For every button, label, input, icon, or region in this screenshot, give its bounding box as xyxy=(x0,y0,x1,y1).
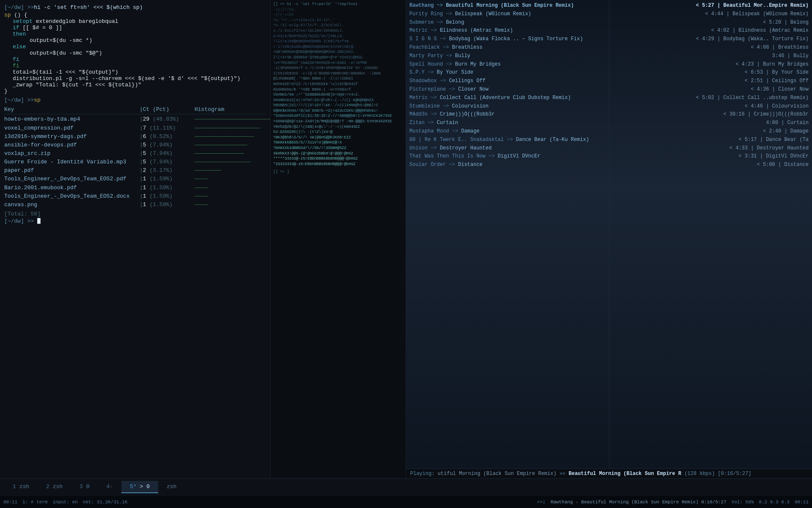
table-header: Key |Ct (Pct) Histogram xyxy=(4,105,266,114)
status-eq: 0.2 0.3 0.3 xyxy=(759,500,790,505)
status-music: Rawthang - Beautiful Morning (Black Sun … xyxy=(551,500,727,505)
left-terminal[interactable]: [~/dw] >> hi -c 'set ft=sh' <<< $(which … xyxy=(0,0,271,478)
sp-table: Key |Ct (Pct) Histogram howto-embers-by-… xyxy=(4,105,266,209)
playlist-item-14[interactable]: MAdd3n ~> Crime)))O(((Robb3r xyxy=(409,110,606,119)
pr-item-6[interactable]: < 4:08 | Breathless xyxy=(613,44,809,52)
tab-4[interactable]: 4- xyxy=(98,481,122,493)
pr-item-18[interactable]: < 4:33 | Destroyer Haunted xyxy=(613,144,809,153)
playing-label: Playing: xyxy=(410,471,438,477)
playlist-item-19[interactable]: That Was Then This Is Now ~> DigitVl DVn… xyxy=(409,152,606,161)
table-row: paper.pdf |2 (3.17%) ———————— xyxy=(4,166,266,175)
pr-item-2[interactable]: < 4:44 | Belispeak (W0lcnum Remix) xyxy=(613,10,809,19)
playlist-item-8[interactable]: Spell Hound ~> Burn My Bridges xyxy=(409,61,606,69)
pr-item-16[interactable]: < 2:40 | Damage xyxy=(613,127,809,136)
status-net: net: 31.2K/31.1K xyxy=(83,500,128,505)
table-row: Guerre Froide - Identité Variable.mp3 |5… xyxy=(4,158,266,166)
tab-2[interactable]: 2 zsh xyxy=(38,481,71,493)
pr-item-7[interactable]: 3:46 | Bully xyxy=(613,52,809,61)
shell-function: sp () { setopt extendedglob bareglobqual… xyxy=(4,12,266,94)
table-row: Tools_Engineer_-_DevOps_Team_EOS2.pdf |1… xyxy=(4,175,266,183)
pr-item-10[interactable]: < 2:51 | Ceilings Off xyxy=(613,77,809,86)
playlist-item-1[interactable]: Rawthang ~> Beautiful Morning (Black Sun… xyxy=(409,2,606,10)
final-prompt: [~/dw] >> █ xyxy=(4,218,266,224)
rt-footer: [] >> ] xyxy=(273,169,403,175)
tab-1[interactable]: 1 zsh xyxy=(4,481,38,493)
playlist-item-2[interactable]: Purity Ring ~> Belispeak (W0lcnum Remix) xyxy=(409,10,606,19)
table-row: canvas.png |1 (1.59%) ———— xyxy=(4,201,266,209)
now-playing-bar: Playing: utiful Morning (Black Sun Empir… xyxy=(406,469,812,478)
status-clock: 00:11 xyxy=(795,500,809,505)
pr-item-8[interactable]: < 4:23 | Burn My Bridges xyxy=(613,61,809,69)
playlist-item-10[interactable]: Shadowbox ~> Ceilings Off xyxy=(409,77,606,86)
table-row: Bario.2001.emubook.pdf |1 (1.59%) ———— xyxy=(4,184,266,192)
pr-item-19[interactable]: < 3:31 | DigitVl DVncEr xyxy=(613,152,809,161)
status-bar: 00:11 1: # term input: en net: 31.2K/31.… xyxy=(0,495,812,508)
main-container: [~/dw] >> hi -c 'set ft=sh' <<< $(which … xyxy=(0,0,812,508)
playlist-item-15[interactable]: Zitan ~> Curtain xyxy=(409,119,606,127)
playlist-left[interactable]: Rawthang ~> Beautiful Morning (Black Sun… xyxy=(406,0,609,469)
playlist-right[interactable]: < 5:27 | Beautiful Mor..Empire Remix) < … xyxy=(609,0,812,469)
pr-item-5[interactable]: < 4:29 | Bodybag (Waka.. Torture Fix) xyxy=(613,35,809,44)
playlist-item-3[interactable]: Submerse ~> Belong xyxy=(409,19,606,27)
pr-item-4[interactable]: < 4:02 | Blindness (Amtrac Remix xyxy=(613,27,809,35)
bitrate: (128 kbps) [0:16/5:27] xyxy=(684,471,751,477)
playlist-item-20[interactable]: Soular Order ~> Distance xyxy=(409,161,606,169)
status-input: input: en xyxy=(52,500,77,505)
top-area: [~/dw] >> hi -c 'set ft=sh' <<< $(which … xyxy=(0,0,812,478)
right-terminal: [] >> hi -c 'set ft=perl6' '/tmp/knot -=… xyxy=(271,0,406,478)
table-row: voxlap_src.zip |5 (7.94%) ——————————————… xyxy=(4,149,266,158)
table-row: howto-embers-by-tda.mp4 |29 (46.03%) ———… xyxy=(4,115,266,124)
pr-item-15[interactable]: 4:00 | Curtain xyxy=(613,119,809,127)
pr-item-13[interactable]: < 4:46 | Colourvision xyxy=(613,102,809,111)
playlist-item-16[interactable]: Mustapha Mond ~> Damage xyxy=(409,127,606,136)
table-row: Tools_Engineer_-_DevOps_Team_EOS2.docx |… xyxy=(4,192,266,201)
current-song-prefix: utiful Morning (Black Sun Empire Remix) xyxy=(438,471,557,477)
tab-5[interactable]: 5* > 0 xyxy=(121,481,158,493)
playlist-item-9[interactable]: S.P.Y ~> By Your Side xyxy=(409,69,606,77)
next-song: Beautiful Morning (Black Sun Empire R xyxy=(568,471,681,477)
playlist-item-13[interactable]: Stumbleine ~> Colourvision xyxy=(409,102,606,111)
pr-item-17[interactable]: < 5:17 | Dance Bear (Ta xyxy=(613,136,809,144)
playlist-item-7[interactable]: Marty Party ~> Bully xyxy=(409,52,606,61)
table-row: voxel_compression.pdf |7 (11.11%) ——————… xyxy=(4,124,266,133)
tab-bar: 1 zsh 2 zsh 3 0 4- 5* > 0 zsh xyxy=(0,478,812,495)
table-row: i3d2016-symmetry-dags.pdf |6 (9.52%) ———… xyxy=(4,133,266,141)
status-vol: Vol: 58% xyxy=(732,500,754,505)
playlist-item-17[interactable]: 00 | Re K Twerk E.. Snakadaktal ~> Dance… xyxy=(409,136,606,144)
pr-item-20[interactable]: < 5:00 | Distance xyxy=(613,161,809,169)
cmd-line-1: [~/dw] >> hi -c 'set ft=sh' <<< $(which … xyxy=(4,3,266,12)
tab-zsh[interactable]: zsh xyxy=(158,481,185,493)
pr-item-9[interactable]: < 6:53 | By Your Side xyxy=(613,69,809,77)
playlist-item-4[interactable]: Metric ~> Blindness (Amtrac Remix) xyxy=(409,27,606,35)
tab-3[interactable]: 3 0 xyxy=(71,481,98,493)
pr-item-14[interactable]: < 30:16 | Crime)))O(((Robb3r xyxy=(613,110,809,119)
music-playlist: Rawthang ~> Beautiful Morning (Black Sun… xyxy=(406,0,812,469)
total-line: [Total: 58] xyxy=(4,211,266,217)
music-bg: Rawthang ~> Beautiful Morning (Black Sun… xyxy=(406,0,812,469)
status-time: 00:11 xyxy=(3,500,17,505)
rt-header: [] >> hi -c 'set ft=perl6' '/tmp/knot xyxy=(273,2,403,7)
table-row: ansible-for-devops.pdf |5 (7.94%) ——————… xyxy=(4,141,266,149)
cmd-line-2: [~/dw] >> sp xyxy=(4,96,266,105)
playlist-item-6[interactable]: Peachblack ~> Breathless xyxy=(409,44,606,52)
status-arrow: >>| xyxy=(537,500,546,505)
playlist-item-11[interactable]: Pictureplane ~> Closer Now xyxy=(409,86,606,94)
pr-item-1[interactable]: < 5:27 | Beautiful Mor..Empire Remix) xyxy=(613,2,809,10)
music-area: Rawthang ~> Beautiful Morning (Black Sun… xyxy=(406,0,812,478)
pr-item-11[interactable]: < 4:36 | Closer Now xyxy=(613,86,809,94)
playlist-item-18[interactable]: Unison ~> Destroyer Haunted xyxy=(409,144,606,153)
playlist-item-12[interactable]: Metric ~> Collect Call (Adventure Club D… xyxy=(409,94,606,102)
terminal-content: [~/dw] >> hi -c 'set ft=sh' <<< $(which … xyxy=(4,3,266,224)
pr-item-12[interactable]: < 5:02 | Collect Call ..ubstep Remix) xyxy=(613,94,809,102)
status-pane: 1: # term xyxy=(22,500,47,505)
playlist-item-5[interactable]: S I G N S ~> Bodybag (Waka Flocka .. – S… xyxy=(409,35,606,44)
pr-item-3[interactable]: < 5:20 | Belong xyxy=(613,19,809,27)
